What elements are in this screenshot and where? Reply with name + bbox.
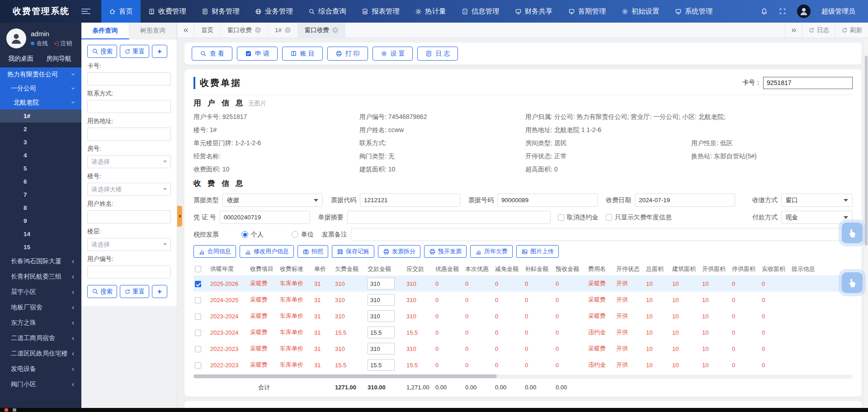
row-checkbox[interactable] xyxy=(195,346,201,352)
nav-item-业务管理[interactable]: 业务管理 xyxy=(247,0,301,23)
action-button-修改用户信息[interactable]: 修改用户信息 xyxy=(240,245,294,258)
toolbar-button-打印[interactable]: 打 印 xyxy=(327,47,368,61)
action-button-预开发票[interactable]: 预开发票 xyxy=(424,245,467,258)
bill-code-input[interactable] xyxy=(360,194,460,207)
tree-item-地板厂宿舍[interactable]: 地板厂宿舍 xyxy=(0,300,81,315)
close-icon[interactable]: × xyxy=(332,27,338,33)
os-taskbar[interactable] xyxy=(0,408,868,412)
nav-item-综合查询[interactable]: 综合查询 xyxy=(301,0,354,23)
toolbar-button-日志[interactable]: 日 志 xyxy=(417,47,458,61)
action-button-图片上传[interactable]: 图片上传 xyxy=(516,245,559,258)
tree-item-长春鸿石国际大厦[interactable]: 长春鸿石国际大厦 xyxy=(0,254,81,269)
nav-item-信息管理[interactable]: 信息管理 xyxy=(454,0,507,23)
sidebar-tab-room-nav[interactable]: 房间导航 xyxy=(46,55,71,63)
nav-item-热计量[interactable]: 热计量 xyxy=(407,0,454,23)
search-button[interactable]: 搜索 xyxy=(87,45,117,58)
pay-amount-input[interactable] xyxy=(368,359,395,371)
tree-item-二道工商局宿舍[interactable]: 二道工商局宿舍 xyxy=(0,331,81,346)
pay-amount-input[interactable] xyxy=(368,310,395,322)
row-checkbox[interactable] xyxy=(195,330,201,336)
horizontal-scrollbar-thumb[interactable] xyxy=(193,374,497,378)
bill-type-select[interactable]: 收据 xyxy=(222,194,323,207)
nav-item-初始设置[interactable]: 初始设置 xyxy=(614,0,667,23)
tree-item-1#[interactable]: 1# xyxy=(0,109,81,123)
field-select-楼号:[interactable]: 请选择大楼 xyxy=(87,183,171,196)
add-condition-button[interactable]: + xyxy=(152,285,167,298)
field-input-卡号:[interactable] xyxy=(87,72,171,85)
pay-amount-input[interactable] xyxy=(368,327,395,338)
tab-tree-query[interactable]: 树形查询 xyxy=(129,23,177,39)
panel-collapse-handle[interactable] xyxy=(177,206,182,227)
tabs-scroll-right-icon[interactable] xyxy=(785,23,802,38)
tab-窗口收费[interactable]: 窗口收费× xyxy=(221,23,268,38)
toolbar-button-申请[interactable]: 申 请 xyxy=(237,47,278,61)
tree-item-4[interactable]: 4 xyxy=(0,149,81,162)
field-select-楼层:[interactable]: 请选择 xyxy=(87,238,171,251)
hamburger-menu-icon[interactable] xyxy=(81,0,90,23)
tree-item-晨宇小区[interactable]: 晨宇小区 xyxy=(0,284,81,300)
tab-log-button[interactable]: 日志 xyxy=(802,23,835,38)
field-input-联系方式:[interactable] xyxy=(87,100,171,113)
floating-hand-button[interactable] xyxy=(842,272,863,293)
nav-item-系统管理[interactable]: 系统管理 xyxy=(667,0,721,23)
tab-refresh-button[interactable]: 刷新 xyxy=(835,23,868,38)
reset-button[interactable]: 重置 xyxy=(120,285,149,298)
tree-item-15[interactable]: 15 xyxy=(0,241,81,254)
table-row[interactable]: 2023-2024采暖费车库单价3131031000000采暖费开供101010… xyxy=(193,308,853,324)
tree-item-8[interactable]: 8 xyxy=(0,201,81,214)
only-arrears-checkbox[interactable] xyxy=(606,214,612,221)
tree-item-2[interactable]: 2 xyxy=(0,123,81,136)
nav-item-报表管理[interactable]: 报表管理 xyxy=(354,0,407,23)
vertical-scrollbar-thumb[interactable] xyxy=(865,56,868,246)
tree-item-一分公司[interactable]: 一分公司 xyxy=(0,81,81,95)
toolbar-button-设置[interactable]: 设 置 xyxy=(373,47,413,61)
toolbar-button-账目[interactable]: 账 目 xyxy=(282,47,323,61)
close-icon[interactable]: × xyxy=(285,27,291,33)
search-button[interactable]: 搜索 xyxy=(87,285,117,298)
pay-amount-input[interactable] xyxy=(368,294,395,306)
fee-date-input[interactable] xyxy=(635,194,735,207)
field-input-用户编号:[interactable] xyxy=(87,265,171,279)
tab-1#[interactable]: 1#× xyxy=(268,23,298,38)
doc-summary-input[interactable] xyxy=(347,211,551,224)
pay-amount-input[interactable] xyxy=(368,278,395,289)
tree-item-二道区民政局住宅楼[interactable]: 二道区民政局住宅楼 xyxy=(0,346,81,361)
avatar[interactable] xyxy=(797,5,811,18)
table-row[interactable]: 2025-2026采暖费车库单价3131031000000采暖费开供101010… xyxy=(193,275,853,292)
voucher-no-input[interactable] xyxy=(220,211,310,224)
row-checkbox[interactable] xyxy=(195,313,201,320)
fullscreen-icon[interactable] xyxy=(779,8,786,15)
tree-item-3[interactable]: 3 xyxy=(0,136,81,149)
tree-item-北航老院[interactable]: 北航老院 xyxy=(0,95,81,109)
table-row[interactable]: 2023-2024采暖费车库单价3115.515.500000违约金开供1010… xyxy=(193,324,853,341)
pay-method-select[interactable]: 现金 xyxy=(781,211,853,224)
tree-item-9[interactable]: 9 xyxy=(0,214,81,227)
tab-首页[interactable]: 首页 xyxy=(194,23,221,38)
tree-item-热力有限责任公司[interactable]: 热力有限责任公司 xyxy=(0,67,81,81)
sidebar-tab-desktop[interactable]: 我的桌面 xyxy=(8,55,33,63)
table-row[interactable]: 2022-2023采暖费车库单价3115.515.500000违约金开供1010… xyxy=(193,357,853,373)
notifications-bell-icon[interactable] xyxy=(760,8,768,15)
select-all-checkbox[interactable] xyxy=(195,266,201,272)
tabs-scroll-left-icon[interactable] xyxy=(177,23,194,38)
close-icon[interactable]: × xyxy=(255,27,261,33)
invoice-note-input[interactable] xyxy=(351,228,853,241)
tree-item-6[interactable]: 6 xyxy=(0,175,81,188)
nav-item-首期管理[interactable]: 首期管理 xyxy=(561,0,614,23)
row-checkbox[interactable] xyxy=(195,362,201,369)
field-select-房号:[interactable]: 请选择 xyxy=(87,155,171,168)
pay-amount-input[interactable] xyxy=(368,343,395,355)
action-button-保存记账[interactable]: 保存记账 xyxy=(332,245,374,258)
nav-item-财务共享[interactable]: 财务共享 xyxy=(507,0,561,23)
tab-窗口收费[interactable]: 窗口收费× xyxy=(298,23,345,38)
nav-item-首页[interactable]: 首页 xyxy=(101,0,141,23)
toolbar-button-查看[interactable]: 查 看 xyxy=(192,47,232,61)
cancel-penalty-checkbox[interactable] xyxy=(558,214,564,221)
tree-item-5[interactable]: 5 xyxy=(0,162,81,175)
nav-item-收费管理[interactable]: 收费管理 xyxy=(141,0,194,23)
action-button-发票拆分[interactable]: 发票拆分 xyxy=(378,245,420,258)
action-button-拍照[interactable]: 拍照 xyxy=(297,245,328,258)
tree-item-长青村民航委三组[interactable]: 长青村民航委三组 xyxy=(0,269,81,284)
radio-personal[interactable] xyxy=(241,231,248,238)
tree-item-东方之珠[interactable]: 东方之珠 xyxy=(0,315,81,331)
